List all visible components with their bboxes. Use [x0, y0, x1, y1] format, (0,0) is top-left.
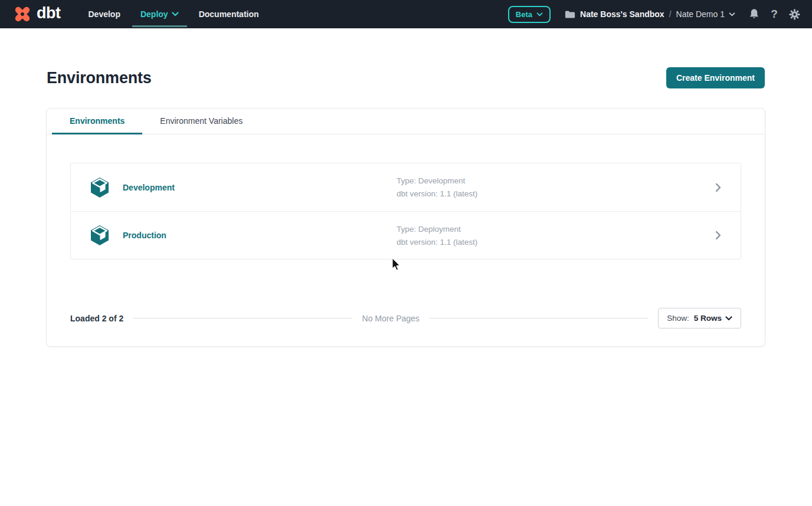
environment-list: Development Type: Development dbt versio… [70, 163, 741, 259]
rows-per-page-dropdown[interactable]: Show: 5 Rows [658, 308, 741, 328]
tab-label: Environments [70, 116, 125, 126]
environment-main: Development [89, 176, 397, 199]
tab-environment-variables[interactable]: Environment Variables [142, 109, 260, 134]
environment-main: Production [89, 224, 397, 247]
nav-item-develop[interactable]: Develop [78, 0, 130, 28]
rows-value-label: 5 Rows [694, 314, 722, 323]
environment-type: Type: Deployment [397, 225, 713, 234]
beta-dropdown-button[interactable]: Beta [508, 6, 551, 23]
breadcrumb-project-label: Nate Demo 1 [676, 9, 725, 19]
environment-row-production[interactable]: Production Type: Deployment dbt version:… [71, 211, 741, 259]
loaded-count-label: Loaded 2 of 2 [70, 314, 123, 323]
environment-version: dbt version: 1.1 (latest) [397, 189, 713, 198]
folder-icon [565, 10, 575, 19]
chevron-right-icon [713, 183, 723, 192]
divider-line [430, 318, 648, 318]
environment-row-development[interactable]: Development Type: Development dbt versio… [71, 163, 741, 211]
top-navbar: dbt Develop Deploy Documentation Beta Na… [0, 0, 812, 28]
nav-utility-icons: ? [748, 8, 800, 20]
nav-item-label: Deploy [140, 9, 168, 19]
beta-label: Beta [516, 10, 532, 19]
environment-name-link[interactable]: Production [123, 231, 166, 240]
tab-environments[interactable]: Environments [52, 109, 142, 134]
no-more-pages-label: No More Pages [362, 314, 420, 323]
breadcrumb-separator: / [669, 9, 672, 19]
question-mark-icon: ? [771, 8, 778, 21]
breadcrumb-account[interactable]: Nate Boss's Sandbox [580, 9, 664, 19]
main-nav: Develop Deploy Documentation [78, 0, 269, 28]
notifications-button[interactable] [748, 8, 760, 20]
divider-line [133, 318, 352, 318]
environment-version: dbt version: 1.1 (latest) [397, 238, 713, 247]
environment-cube-icon [89, 176, 111, 199]
breadcrumb-project-dropdown[interactable]: Nate Demo 1 [676, 9, 735, 19]
settings-button[interactable] [788, 8, 800, 20]
breadcrumb: Nate Boss's Sandbox / Nate Demo 1 [565, 9, 735, 19]
chevron-down-icon [172, 12, 179, 17]
chevron-right-icon [713, 231, 723, 240]
chevron-down-icon [729, 12, 735, 17]
nav-item-documentation[interactable]: Documentation [189, 0, 269, 28]
environment-type: Type: Development [397, 176, 713, 185]
bell-icon [749, 8, 759, 20]
dbt-logo-icon [12, 4, 33, 25]
nav-item-deploy[interactable]: Deploy [130, 0, 189, 28]
brand-name: dbt [37, 5, 60, 24]
dbt-logo[interactable]: dbt [12, 4, 60, 25]
environment-cube-icon [89, 224, 111, 247]
tab-bar: Environments Environment Variables [47, 109, 765, 134]
create-environment-button[interactable]: Create Environment [666, 67, 765, 88]
page-header: Environments Create Environment [0, 28, 812, 88]
chevron-down-icon [725, 316, 732, 321]
page-title: Environments [47, 69, 152, 87]
show-label: Show: [667, 314, 689, 323]
tab-label: Environment Variables [160, 116, 243, 126]
chevron-down-icon [536, 12, 543, 17]
environment-meta: Type: Development dbt version: 1.1 (late… [397, 176, 713, 198]
environment-meta: Type: Deployment dbt version: 1.1 (lates… [397, 225, 713, 247]
help-button[interactable]: ? [768, 8, 780, 20]
nav-item-label: Documentation [199, 9, 259, 19]
nav-item-label: Develop [88, 9, 120, 19]
gear-icon [789, 9, 800, 20]
environments-card: Environments Environment Variables Devel… [46, 108, 765, 347]
environment-name-link[interactable]: Development [123, 183, 175, 192]
pagination-bar: Loaded 2 of 2 No More Pages Show: 5 Rows [47, 308, 765, 328]
